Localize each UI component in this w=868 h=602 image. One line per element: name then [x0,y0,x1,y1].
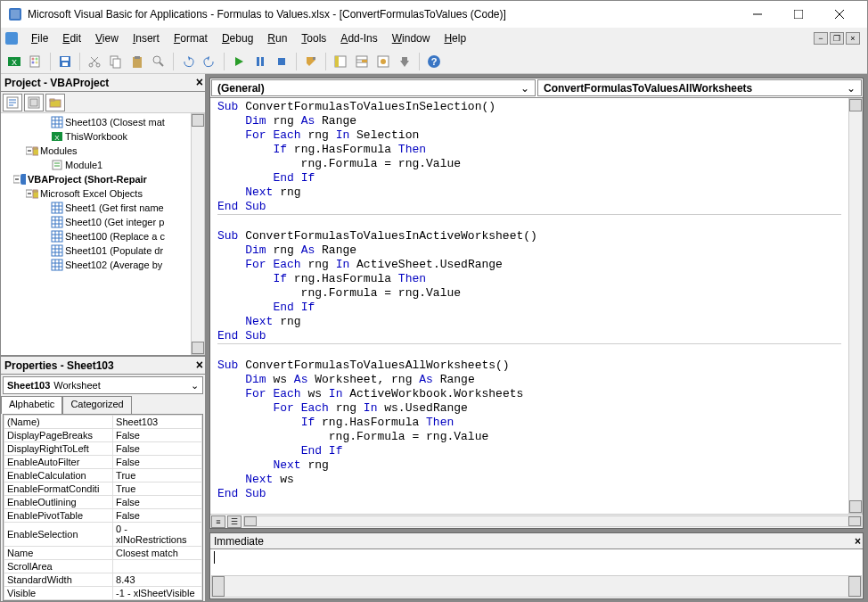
prop-name[interactable]: Visible [4,587,113,600]
chevron-down-icon[interactable]: ⌄ [191,380,199,392]
menu-add-ins[interactable]: Add-Ins [333,30,384,46]
tab-categorized[interactable]: Categorized [62,396,131,414]
mdi-restore-button[interactable]: ❐ [830,32,844,45]
code-vscroll[interactable] [848,98,863,514]
svg-point-38 [381,59,386,64]
prop-name[interactable]: StandardWidth [4,573,113,587]
paste-button[interactable] [127,52,147,71]
project-explorer-button[interactable] [331,52,350,71]
prop-name[interactable]: DisplayPageBreaks [4,429,113,442]
chevron-down-icon[interactable]: ⌄ [847,82,856,95]
prop-value[interactable]: Sheet103 [113,416,202,429]
immediate-input[interactable] [210,549,863,574]
maximize-button[interactable] [778,1,819,28]
prop-value[interactable]: 8.43 [113,573,202,587]
prop-value[interactable] [113,560,202,573]
chevron-down-icon[interactable]: ⌄ [520,82,529,95]
prop-value[interactable]: -1 - xlSheetVisible [113,587,202,600]
project-tree[interactable]: Sheet103 (Closest matXThisWorkbookModule… [1,113,205,355]
mdi-minimize-button[interactable]: − [814,32,828,45]
toggle-folders-button[interactable] [45,94,65,111]
menu-window[interactable]: Window [385,30,438,46]
properties-object-combo[interactable]: Sheet103 Worksheet ⌄ [3,376,203,394]
sheet-icon [51,202,63,214]
full-module-view-button[interactable]: ☰ [227,515,242,528]
undo-button[interactable] [178,52,198,71]
project-explorer-close-icon[interactable]: × [196,75,203,89]
menu-run[interactable]: Run [260,30,294,46]
insert-dropdown[interactable] [26,52,45,71]
prop-value[interactable]: 0 - xlNoRestrictions [113,523,202,547]
prop-value[interactable]: False [113,509,202,523]
tree-item[interactable]: Microsoft Excel Objects [1,186,205,201]
menu-edit[interactable]: Edit [55,30,88,46]
redo-button[interactable] [200,52,219,71]
prop-value[interactable]: False [113,496,202,509]
procedure-view-button[interactable]: ≡ [211,515,225,528]
save-button[interactable] [55,52,75,71]
menu-insert[interactable]: Insert [126,30,167,46]
sheet-icon [51,216,63,228]
menu-format[interactable]: Format [167,30,215,46]
tree-item[interactable]: VBAProject (Short-Repair [1,172,205,186]
tree-item[interactable]: Sheet10 (Get integer p [1,215,205,229]
close-button[interactable] [819,1,860,28]
prop-name[interactable]: DisplayRightToLeft [4,442,113,456]
tab-alphabetic[interactable]: Alphabetic [1,396,62,414]
tree-item[interactable]: Sheet103 (Closest mat [1,115,205,129]
code-hscroll[interactable] [243,515,862,527]
prop-value[interactable]: True [113,469,202,482]
immediate-hscroll[interactable] [211,575,862,598]
view-excel-button[interactable]: X [4,52,24,71]
menu-file[interactable]: File [24,30,55,46]
tree-item[interactable]: Sheet100 (Replace a c [1,229,205,243]
mdi-icon [4,31,19,45]
break-button[interactable] [250,52,270,71]
menu-help[interactable]: Help [437,30,473,46]
procedure-combo[interactable]: ConvertFormulasToValuesAllWorksheets ⌄ [537,79,862,96]
reset-button[interactable] [272,52,291,71]
cut-button[interactable] [85,52,104,71]
prop-value[interactable]: False [113,442,202,456]
mdi-close-button[interactable]: × [846,32,860,45]
prop-name[interactable]: ScrollArea [4,560,113,573]
menu-debug[interactable]: Debug [215,30,260,46]
tree-item[interactable]: Sheet101 (Populate dr [1,243,205,258]
run-button[interactable] [229,52,249,71]
immediate-close-icon[interactable]: × [855,535,861,548]
prop-value[interactable]: False [113,429,202,442]
help-button[interactable]: ? [424,52,444,71]
prop-name[interactable]: Name [4,547,113,560]
prop-name[interactable]: (Name) [4,416,113,429]
tree-item[interactable]: Modules [1,144,205,158]
prop-value[interactable]: True [113,482,202,496]
design-mode-button[interactable] [301,52,321,71]
view-object-button[interactable] [24,94,44,111]
prop-name[interactable]: EnableOutlining [4,496,113,509]
prop-value[interactable]: False [113,456,202,469]
properties-close-icon[interactable]: × [196,358,203,372]
properties-grid[interactable]: (Name)Sheet103DisplayPageBreaksFalseDisp… [3,414,203,601]
tree-item[interactable]: Sheet1 (Get first name [1,201,205,215]
object-combo[interactable]: (General) ⌄ [211,79,536,96]
prop-name[interactable]: EnableAutoFilter [4,456,113,469]
tree-item[interactable]: Module1 [1,158,205,172]
toolbox-button[interactable] [395,52,414,71]
properties-window-button[interactable] [352,52,372,71]
tree-item[interactable]: XThisWorkbook [1,129,205,144]
prop-name[interactable]: EnablePivotTable [4,509,113,523]
object-browser-button[interactable] [373,52,393,71]
copy-button[interactable] [106,52,126,71]
view-code-button[interactable] [3,94,22,111]
prop-value[interactable]: Closest match [113,547,202,560]
minimize-button[interactable] [737,1,778,28]
code-editor[interactable]: Sub ConvertFormulasToValuesInSelection()… [210,98,848,514]
prop-name[interactable]: EnableCalculation [4,469,113,482]
prop-name[interactable]: EnableFormatConditi [4,482,113,496]
tree-item[interactable]: Sheet102 (Average by [1,258,205,272]
find-button[interactable] [149,52,168,71]
menu-tools[interactable]: Tools [294,30,333,46]
tree-vscroll[interactable] [191,113,205,355]
prop-name[interactable]: EnableSelection [4,523,113,547]
menu-view[interactable]: View [88,30,126,46]
